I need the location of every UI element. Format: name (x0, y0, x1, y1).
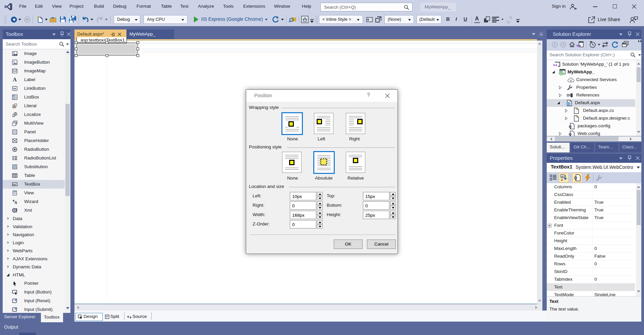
svg-text:99: 99 (13, 87, 16, 90)
svg-text:a: a (13, 115, 14, 117)
svg-text:abl: abl (13, 183, 16, 186)
svg-text:A: A (561, 175, 564, 178)
svg-text:Z: Z (561, 178, 563, 181)
svg-text:a: a (13, 106, 15, 108)
